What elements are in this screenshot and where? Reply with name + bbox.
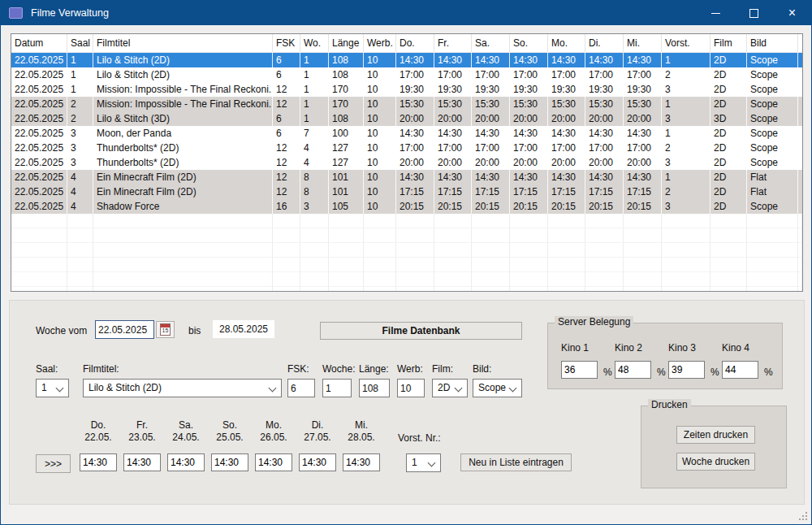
fsk-input[interactable] bbox=[287, 379, 315, 397]
film-label: Film: bbox=[432, 363, 453, 375]
column-header-fr[interactable]: Fr. bbox=[434, 34, 472, 52]
column-header-laenge[interactable]: Länge bbox=[329, 34, 364, 52]
table-row[interactable]: 22.05.20251Lilo & Stitch (2D)611081017:0… bbox=[11, 67, 802, 82]
bis-date-field[interactable] bbox=[213, 320, 274, 338]
table-row[interactable]: 22.05.20251Lilo & Stitch (2D)611081014:3… bbox=[11, 53, 802, 67]
cell-do bbox=[396, 214, 434, 228]
column-header-mo[interactable]: Mo. bbox=[548, 34, 585, 52]
neu-in-liste-button[interactable]: Neu in Liste eintragen bbox=[460, 453, 572, 471]
cell-laenge bbox=[329, 228, 364, 243]
cell-do: 14:30 bbox=[396, 126, 434, 141]
column-header-fsk[interactable]: FSK bbox=[273, 34, 300, 52]
day-time-input[interactable] bbox=[80, 453, 117, 471]
table-row[interactable]: 22.05.20252Lilo & Stitch (3D)611081020:0… bbox=[11, 111, 802, 126]
app-icon bbox=[9, 7, 23, 19]
column-header-bild[interactable]: Bild bbox=[747, 34, 798, 52]
filmtitel-value: Lilo & Stitch (2D) bbox=[89, 382, 162, 393]
minimize-button[interactable] bbox=[697, 1, 735, 25]
cell-laenge: 127 bbox=[329, 141, 364, 155]
table-row[interactable]: 22.05.20253Thunderbolts* (2D)1241271017:… bbox=[11, 141, 802, 155]
filmtitel-dropdown[interactable]: Lilo & Stitch (2D) bbox=[83, 379, 282, 397]
kino-usage-input[interactable] bbox=[615, 361, 651, 379]
column-header-sa[interactable]: Sa. bbox=[472, 34, 510, 52]
kino-usage-input[interactable] bbox=[722, 361, 758, 379]
cell-sa: 14:30 bbox=[472, 53, 510, 67]
maximize-button[interactable] bbox=[735, 1, 773, 25]
cell-mo: 17:15 bbox=[548, 184, 585, 199]
column-header-datum[interactable]: Datum bbox=[11, 34, 67, 52]
column-header-film[interactable]: Film bbox=[710, 34, 747, 52]
cell-saal bbox=[67, 228, 93, 243]
woche-input[interactable] bbox=[322, 379, 352, 397]
table-row[interactable]: 22.05.20254Ein Minecraft Film (2D)128101… bbox=[11, 170, 802, 184]
table-row[interactable]: 22.05.20254Ein Minecraft Film (2D)128101… bbox=[11, 184, 802, 199]
bild-dropdown[interactable]: Scope bbox=[473, 379, 522, 397]
close-button[interactable]: × bbox=[773, 1, 811, 25]
table-row[interactable]: 22.05.20252Mission: Impossible - The Fin… bbox=[11, 97, 802, 111]
day-date-label: 22.05. bbox=[79, 432, 118, 444]
cell-filler bbox=[798, 287, 802, 292]
cell-wo: 3 bbox=[300, 199, 329, 214]
cell-so: 20:00 bbox=[510, 111, 548, 126]
day-time-input[interactable] bbox=[167, 453, 205, 471]
cell-werb bbox=[364, 243, 396, 258]
zeiten-drucken-button[interactable]: Zeiten drucken bbox=[676, 426, 755, 444]
kino-usage-input[interactable] bbox=[561, 361, 598, 379]
laenge-input[interactable] bbox=[359, 379, 390, 397]
vorstellung-nr-dropdown[interactable]: 1 bbox=[406, 453, 441, 472]
cell-film: 3D bbox=[710, 111, 747, 126]
saal-value: 1 bbox=[41, 382, 47, 393]
saal-dropdown[interactable]: 1 bbox=[36, 379, 69, 397]
day-time-input[interactable] bbox=[255, 453, 292, 471]
cell-so bbox=[510, 287, 548, 292]
table-row[interactable]: 22.05.20251Mission: Impossible - The Fin… bbox=[11, 82, 802, 97]
column-header-vorst[interactable]: Vorst. bbox=[662, 34, 710, 52]
day-time-input[interactable] bbox=[123, 453, 161, 471]
werb-input[interactable] bbox=[397, 379, 425, 397]
cell-di: 15:30 bbox=[585, 97, 624, 111]
percent-label: % bbox=[764, 367, 773, 378]
column-header-mi[interactable]: Mi. bbox=[624, 34, 662, 52]
resize-grip[interactable] bbox=[799, 512, 808, 521]
empty-row bbox=[11, 272, 802, 287]
cell-fr: 17:00 bbox=[434, 141, 472, 155]
woche-drucken-button[interactable]: Woche drucken bbox=[676, 453, 755, 471]
column-header-di[interactable]: Di. bbox=[585, 34, 624, 52]
column-header-filmtitel[interactable]: Filmtitel bbox=[93, 34, 273, 52]
cell-di bbox=[585, 272, 624, 287]
table-row[interactable]: 22.05.20254Shadow Force1631051020:1520:1… bbox=[11, 199, 802, 214]
calendar-button[interactable]: 15 bbox=[156, 321, 175, 338]
cell-filmtitel bbox=[93, 243, 273, 258]
woche-vom-input[interactable] bbox=[95, 320, 154, 339]
cell-vorst bbox=[662, 287, 710, 292]
cell-filler bbox=[798, 170, 802, 184]
table-row[interactable]: 22.05.20253Thunderbolts* (2D)1241271020:… bbox=[11, 155, 802, 170]
column-header-wo[interactable]: Wo. bbox=[300, 34, 329, 52]
cell-laenge: 101 bbox=[329, 184, 364, 199]
cell-datum bbox=[11, 272, 67, 287]
chevron-down-icon bbox=[56, 384, 64, 393]
day-time-input[interactable] bbox=[299, 453, 336, 471]
cell-filler bbox=[798, 67, 802, 82]
cell-wo: 4 bbox=[300, 141, 329, 155]
column-header-do[interactable]: Do. bbox=[396, 34, 434, 52]
kino-usage-input[interactable] bbox=[668, 361, 705, 379]
column-header-saal[interactable]: Saal bbox=[67, 34, 93, 52]
filme-datenbank-button[interactable]: Filme Datenbank bbox=[320, 322, 522, 340]
cell-film: 2D bbox=[710, 141, 747, 155]
cell-filmtitel: Lilo & Stitch (3D) bbox=[93, 111, 273, 126]
column-header-werb[interactable]: Werb. bbox=[364, 34, 396, 52]
table-row[interactable]: 22.05.20253Moon, der Panda671001014:3014… bbox=[11, 126, 802, 141]
day-time-input[interactable] bbox=[211, 453, 248, 471]
cell-laenge: 127 bbox=[329, 155, 364, 170]
cell-film: 2D bbox=[710, 67, 747, 82]
cell-filmtitel: Ein Minecraft Film (2D) bbox=[93, 170, 273, 184]
film-dropdown[interactable]: 2D bbox=[432, 379, 468, 397]
cell-werb bbox=[364, 228, 396, 243]
cell-wo bbox=[300, 287, 329, 292]
day-time-input[interactable] bbox=[343, 453, 380, 471]
column-header-so[interactable]: So. bbox=[510, 34, 548, 52]
cell-saal: 3 bbox=[67, 155, 93, 170]
cell-wo bbox=[300, 258, 329, 272]
cell-filler bbox=[798, 258, 802, 272]
